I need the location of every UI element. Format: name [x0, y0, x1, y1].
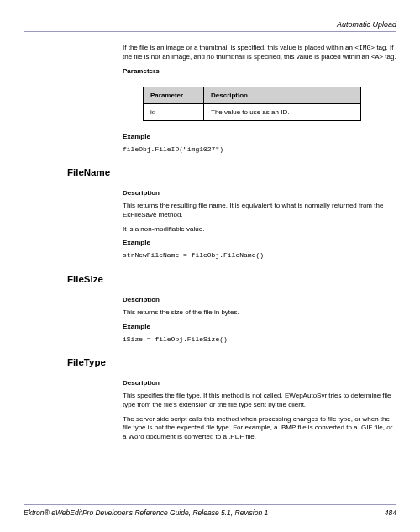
filesize-desc-label: Description	[123, 296, 396, 303]
filename-desc2: It is a non-modifiable value.	[123, 225, 396, 234]
table-row: id The value to use as an ID.	[144, 103, 361, 120]
intro-text-a: If the file is an image or a thumbnail i…	[123, 44, 354, 51]
filesize-ex-label: Example	[123, 323, 396, 330]
filesize-heading: FileSize	[67, 274, 396, 284]
page-footer: Ektron® eWebEditPro Developer's Referenc…	[24, 504, 396, 517]
parameters-table: Parameter Description id The value to us…	[143, 87, 361, 121]
filename-heading: FileName	[67, 167, 396, 177]
filename-code: strNewFileName = fileObj.FileName()	[123, 251, 396, 260]
cell-desc: The value to use as an ID.	[204, 103, 361, 120]
footer-page-number: 484	[385, 508, 396, 517]
parameters-label: Parameters	[123, 67, 396, 75]
intro-code-a: <A>	[371, 53, 383, 61]
filetype-heading: FileType	[67, 357, 396, 367]
col-description: Description	[204, 87, 361, 103]
filetype-desc2: The server side script calls this method…	[123, 415, 396, 442]
example-label: Example	[123, 133, 396, 140]
footer-left: Ektron® eWebEditPro Developer's Referenc…	[24, 508, 268, 517]
filetype-desc1: This specifies the file type. If this me…	[123, 392, 396, 410]
example-code: fileObj.FileID("img1027")	[123, 145, 396, 154]
intro-code-img: <IMG>	[354, 44, 375, 51]
intro-text-c: tag.	[383, 53, 396, 61]
main-content: If the file is an image or a thumbnail i…	[24, 44, 396, 442]
filename-ex-label: Example	[123, 239, 396, 246]
filetype-desc-label: Description	[123, 379, 396, 387]
cell-param: id	[144, 103, 204, 120]
filename-desc1: This returns the resulting file name. It…	[123, 202, 396, 220]
header-title: Automatic Upload	[337, 20, 396, 29]
filesize-desc: This returns the size of the file in byt…	[123, 308, 396, 318]
intro-paragraph: If the file is an image or a thumbnail i…	[123, 44, 396, 62]
table-header-row: Parameter Description	[144, 87, 361, 103]
page-header: Automatic Upload	[24, 20, 396, 32]
col-parameter: Parameter	[144, 87, 204, 103]
filename-desc-label: Description	[123, 189, 396, 197]
filesize-code: iSize = fileObj.FileSize()	[123, 335, 396, 344]
